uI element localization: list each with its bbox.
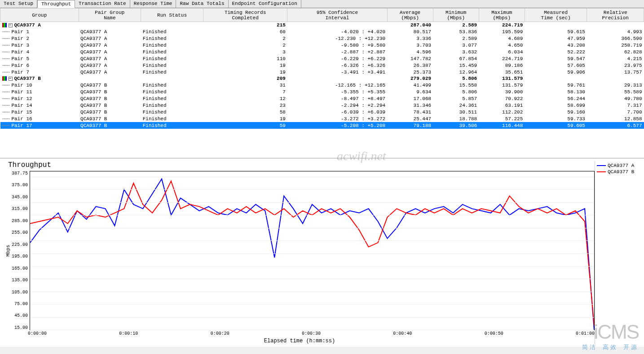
- chart-legend: QCA9377 AQCA9377 B: [595, 161, 640, 344]
- table-row[interactable]: ⋯⋯⋯ Pair 4QCA9377 AFinished3-2.887 : +2.…: [0, 48, 644, 55]
- table-row[interactable]: ⋯⋯⋯ Pair 15QCA9377 BFinished58-6.039 : +…: [0, 109, 644, 115]
- column-header[interactable]: Run Status: [141, 9, 203, 22]
- table-row[interactable]: ⋯⋯⋯ Pair 12QCA9377 BFinished12-8.497 : +…: [0, 95, 644, 102]
- group-row[interactable]: − QCA9377 A215287.0402.589224.719: [0, 22, 644, 29]
- legend-item: QCA9377 B: [597, 169, 638, 175]
- plot-area[interactable]: [30, 171, 595, 330]
- results-grid[interactable]: GroupPair Group NameRun StatusTiming Rec…: [0, 8, 644, 158]
- chart-title: Throughput: [8, 161, 595, 169]
- column-header[interactable]: Maximum (Mbps): [479, 9, 525, 22]
- tab-test-setup[interactable]: Test Setup: [0, 0, 37, 8]
- series-line: [30, 179, 594, 330]
- column-header[interactable]: Minimum (Mbps): [433, 9, 479, 22]
- table-row[interactable]: ⋯⋯⋯ Pair 5QCA9377 AFinished110-6.229 : +…: [0, 55, 644, 62]
- column-header[interactable]: Timing Records Completed: [203, 9, 287, 22]
- table-row[interactable]: ⋯⋯⋯ Pair 1QCA9377 AFinished60-4.020 : +4…: [0, 28, 644, 35]
- legend-item: QCA9377 A: [597, 163, 638, 168]
- column-header[interactable]: Average (Mbps): [387, 9, 433, 22]
- group-row[interactable]: − QCA9377 B209279.0295.806131.579: [0, 75, 644, 82]
- column-header[interactable]: Measured Time (sec): [525, 9, 587, 22]
- collapse-icon[interactable]: −: [9, 77, 13, 81]
- y-axis-label: Mbps: [4, 171, 12, 330]
- column-header[interactable]: Pair Group Name: [79, 9, 141, 22]
- table-row[interactable]: ⋯⋯⋯ Pair 17QCA9377 BFinished59-5.208 : +…: [0, 122, 644, 129]
- table-row[interactable]: ⋯⋯⋯ Pair 6QCA9377 AFinished19-6.326 : +6…: [0, 62, 644, 69]
- tab-endpoint-configuration[interactable]: Endpoint Configuration: [229, 0, 301, 8]
- table-row[interactable]: ⋯⋯⋯ Pair 7QCA9377 AFinished19-3.491 : +3…: [0, 69, 644, 75]
- tab-response-time[interactable]: Response Time: [130, 0, 176, 8]
- tab-raw-data-totals[interactable]: Raw Data Totals: [176, 0, 228, 8]
- chart-icon: [2, 76, 7, 81]
- column-header[interactable]: 95% Confidence Interval: [287, 9, 387, 22]
- tab-transaction-rate[interactable]: Transaction Rate: [75, 0, 130, 8]
- collapse-icon[interactable]: −: [9, 23, 13, 27]
- table-row[interactable]: ⋯⋯⋯ Pair 3QCA9377 AFinished2-9.580 : +9.…: [0, 42, 644, 48]
- x-ticks: 0:00:000:00:100:00:200:00:300:00:400:00:…: [4, 330, 595, 336]
- chart-panel: Throughput Mbps 387.75375.00345.00315.00…: [0, 158, 644, 347]
- tab-bar: Test SetupThroughputTransaction RateResp…: [0, 0, 644, 8]
- table-row[interactable]: ⋯⋯⋯ Pair 2QCA9377 AFinished2-12.230 : +1…: [0, 35, 644, 42]
- table-row[interactable]: ⋯⋯⋯ Pair 11QCA9377 BFinished7-5.355 : +5…: [0, 88, 644, 95]
- tab-throughput[interactable]: Throughput: [37, 0, 75, 8]
- chart-icon: [2, 23, 7, 27]
- column-header[interactable]: Relative Precision: [587, 9, 644, 22]
- table-row[interactable]: ⋯⋯⋯ Pair 16QCA9377 BFinished19-3.272 : +…: [0, 115, 644, 122]
- y-ticks: 387.75375.00345.00315.00285.00255.00225.…: [12, 171, 30, 330]
- column-header[interactable]: Group: [0, 9, 79, 22]
- table-row[interactable]: ⋯⋯⋯ Pair 14QCA9377 BFinished23-2.294 : +…: [0, 102, 644, 109]
- x-axis-label: Elapsed time (h:mm:ss): [4, 336, 595, 344]
- table-row[interactable]: ⋯⋯⋯ Pair 10QCA9377 BFinished31-12.165 : …: [0, 82, 644, 88]
